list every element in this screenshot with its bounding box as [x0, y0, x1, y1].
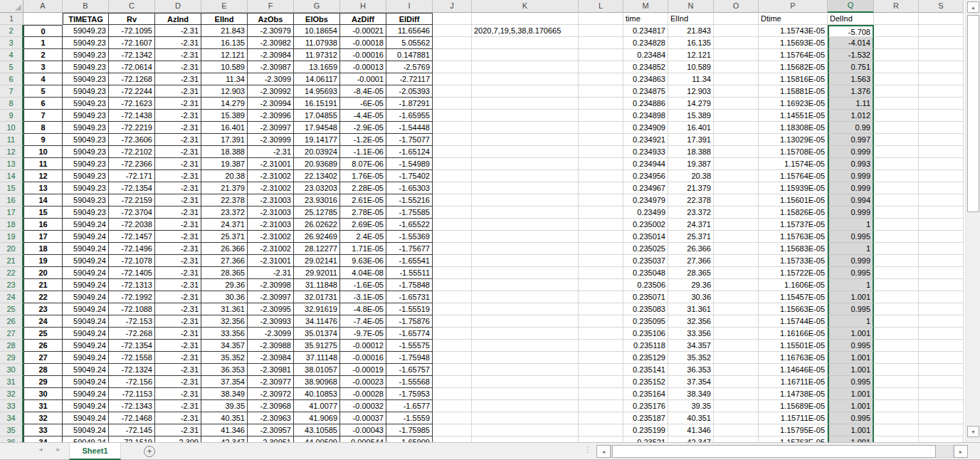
cell-H33[interactable]: -0.00032	[340, 400, 386, 412]
cell-R33[interactable]	[874, 400, 919, 412]
cell-J21[interactable]	[433, 255, 472, 267]
cell-P8[interactable]: 1.16923E-05	[759, 98, 828, 110]
cell-Q10[interactable]: 0.99	[828, 122, 874, 134]
cell-E32[interactable]: 38.349	[201, 388, 248, 400]
cell-M33[interactable]: 0.235176	[623, 400, 668, 412]
cell-O36[interactable]	[714, 437, 759, 442]
column-header-K[interactable]: K	[472, 0, 579, 13]
cell-L25[interactable]	[579, 303, 623, 315]
cell-C1[interactable]: Rv	[109, 13, 155, 25]
cell-D24[interactable]: -2.31	[155, 291, 201, 303]
cell-G13[interactable]: 20.93689	[294, 158, 340, 170]
cell-B11[interactable]: 59049.23	[63, 134, 109, 146]
cell-C16[interactable]: -72.2159	[109, 194, 155, 207]
cell-J4[interactable]	[433, 49, 472, 61]
cell-D1[interactable]: AzInd	[155, 13, 201, 25]
cell-K33[interactable]	[472, 400, 579, 412]
cell-N27[interactable]: 33.356	[668, 328, 714, 340]
cell-E23[interactable]: 29.36	[201, 279, 248, 291]
cell-A19[interactable]: 17	[23, 231, 63, 243]
cell-D26[interactable]: -2.31	[155, 315, 201, 328]
cell-M23[interactable]: 0.23506	[623, 279, 668, 291]
cell-F32[interactable]: -2.30972	[248, 388, 294, 400]
cell-S14[interactable]	[919, 170, 964, 182]
cell-Q14[interactable]: 0.999	[828, 170, 874, 182]
cell-I5[interactable]: -2.5769	[386, 61, 433, 73]
column-header-S[interactable]: S	[919, 0, 964, 13]
cell-P6[interactable]: 1.15816E-05	[759, 73, 828, 85]
cell-B17[interactable]: 59049.23	[63, 207, 109, 219]
cell-I4[interactable]: 0.147881	[386, 49, 433, 61]
cell-M16[interactable]: 0.234979	[623, 194, 668, 207]
cell-A28[interactable]: 26	[23, 340, 63, 352]
cell-R3[interactable]	[874, 37, 919, 49]
cell-F23[interactable]: -2.30998	[248, 279, 294, 291]
cell-C2[interactable]: -72.1095	[109, 25, 155, 37]
cell-M8[interactable]: 0.234886	[623, 98, 668, 110]
cell-J9[interactable]	[433, 110, 472, 122]
cell-M21[interactable]: 0.235037	[623, 255, 668, 267]
cell-S31[interactable]	[919, 376, 964, 388]
cell-H6[interactable]: -0.0001	[340, 73, 386, 85]
cell-G27[interactable]: 35.01374	[294, 328, 340, 340]
cell-J27[interactable]	[433, 328, 472, 340]
cell-S1[interactable]	[919, 13, 964, 25]
cell-N11[interactable]: 17.391	[668, 134, 714, 146]
cell-B10[interactable]: 59049.23	[63, 122, 109, 134]
cell-Q30[interactable]: 1.001	[828, 364, 874, 376]
cell-B4[interactable]: 59049.23	[63, 49, 109, 61]
cell-M9[interactable]: 0.234898	[623, 110, 668, 122]
cell-K23[interactable]	[472, 279, 579, 291]
cell-K26[interactable]	[472, 315, 579, 328]
cell-I2[interactable]: 11.65646	[386, 25, 433, 37]
row-header-15[interactable]: 15	[0, 182, 23, 194]
cell-H15[interactable]: 2.28E-05	[340, 182, 386, 194]
cell-I1[interactable]: ElDiff	[386, 13, 433, 25]
cell-E33[interactable]: 39.35	[201, 400, 248, 412]
cell-B36[interactable]: 59049.24	[63, 437, 109, 442]
cell-E27[interactable]: 33.356	[201, 328, 248, 340]
cell-O9[interactable]	[714, 110, 759, 122]
cell-D5[interactable]: -2.31	[155, 61, 201, 73]
cell-M19[interactable]: 0.235014	[623, 231, 668, 243]
cell-A31[interactable]: 29	[23, 376, 63, 388]
cell-D12[interactable]: -2.31	[155, 146, 201, 158]
cell-P28[interactable]: 1.15501E-05	[759, 340, 828, 352]
cell-N33[interactable]: 39.35	[668, 400, 714, 412]
cell-R24[interactable]	[874, 291, 919, 303]
cell-D15[interactable]: -2.31	[155, 182, 201, 194]
cell-J19[interactable]	[433, 231, 472, 243]
cell-O34[interactable]	[714, 412, 759, 424]
cell-O7[interactable]	[714, 85, 759, 98]
cell-J32[interactable]	[433, 388, 472, 400]
cell-J26[interactable]	[433, 315, 472, 328]
cell-O3[interactable]	[714, 37, 759, 49]
cell-A5[interactable]: 3	[23, 61, 63, 73]
cell-E25[interactable]: 31.361	[201, 303, 248, 315]
cell-M15[interactable]: 0.234967	[623, 182, 668, 194]
cell-E29[interactable]: 35.352	[201, 352, 248, 364]
cell-Q7[interactable]: 1.376	[828, 85, 874, 98]
row-header-33[interactable]: 33	[0, 400, 23, 412]
cell-J29[interactable]	[433, 352, 472, 364]
cell-N2[interactable]: 21.843	[668, 25, 714, 37]
cell-R9[interactable]	[874, 110, 919, 122]
cell-I18[interactable]: -1.65522	[386, 219, 433, 231]
cell-B33[interactable]: 59049.24	[63, 400, 109, 412]
cell-R27[interactable]	[874, 328, 919, 340]
cell-O11[interactable]	[714, 134, 759, 146]
cell-B19[interactable]: 59049.24	[63, 231, 109, 243]
row-header-2[interactable]: 2	[0, 25, 23, 37]
cell-D13[interactable]: -2.31	[155, 158, 201, 170]
cell-B15[interactable]: 59049.23	[63, 182, 109, 194]
cell-M32[interactable]: 0.235164	[623, 388, 668, 400]
cell-Q36[interactable]: 1.001	[828, 437, 874, 442]
cell-H23[interactable]: -1.6E-05	[340, 279, 386, 291]
cell-J34[interactable]	[433, 412, 472, 424]
cell-S8[interactable]	[919, 98, 964, 110]
cell-K8[interactable]	[472, 98, 579, 110]
cell-O21[interactable]	[714, 255, 759, 267]
cell-O13[interactable]	[714, 158, 759, 170]
cell-A24[interactable]: 22	[23, 291, 63, 303]
cell-C20[interactable]: -72.1496	[109, 243, 155, 255]
